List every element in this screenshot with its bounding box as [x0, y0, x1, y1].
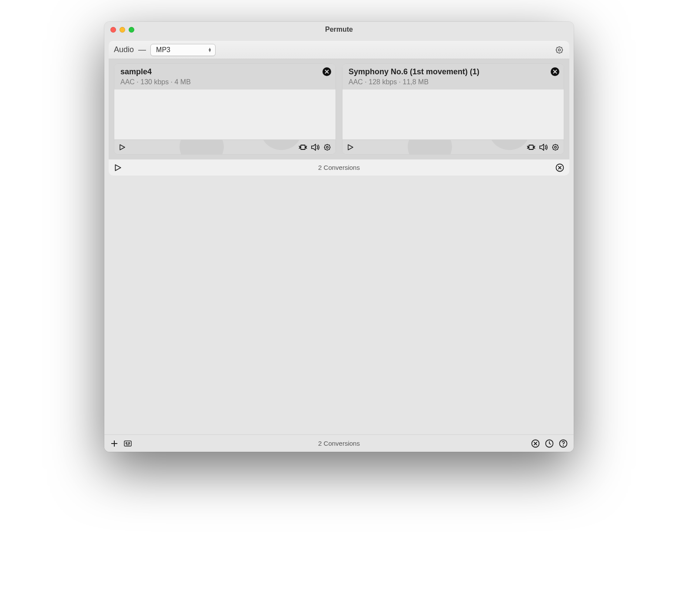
svg-point-47	[126, 442, 127, 444]
trim-icon	[298, 144, 308, 151]
card-trim-button[interactable]	[526, 144, 536, 151]
format-select[interactable]: MP3 ▲▼	[150, 44, 216, 56]
card-meta: AAC · 130 kbps · 4 MB	[120, 78, 330, 86]
panel-settings-button[interactable]	[555, 45, 564, 55]
capture-device-button[interactable]	[123, 440, 132, 447]
card-trim-button[interactable]	[298, 144, 308, 151]
panel-footer: 2 Conversions	[109, 159, 569, 176]
card-header: Symphony No.6 (1st movement) (1) AAC · 1…	[342, 64, 564, 89]
format-select-value: MP3	[156, 46, 170, 54]
card-header: sample4 AAC · 130 kbps · 4 MB	[114, 64, 336, 89]
close-icon	[325, 70, 329, 74]
panel-category-label: Audio	[114, 45, 134, 54]
close-icon	[553, 70, 557, 74]
titlebar: Permute	[104, 22, 574, 37]
svg-point-16	[326, 146, 329, 148]
window-title: Permute	[104, 26, 574, 33]
gear-icon	[555, 46, 564, 54]
card-title: sample4	[120, 67, 330, 76]
svg-marker-29	[540, 144, 544, 150]
speaker-icon	[311, 144, 320, 151]
card-preview-area	[114, 89, 336, 139]
svg-point-31	[555, 146, 557, 148]
svg-rect-13	[301, 145, 305, 149]
card-settings-button[interactable]	[323, 143, 331, 151]
close-window-button[interactable]	[110, 27, 116, 33]
conversion-panel: Audio — MP3 ▲▼	[109, 41, 569, 176]
trim-icon	[526, 144, 536, 151]
history-button[interactable]	[545, 439, 554, 448]
svg-marker-12	[120, 145, 125, 150]
cards-row: sample4 AAC · 130 kbps · 4 MB	[109, 59, 569, 159]
close-circle-icon	[531, 439, 540, 448]
conversion-card: Symphony No.6 (1st movement) (1) AAC · 1…	[342, 63, 564, 155]
robot-icon	[123, 440, 132, 447]
gear-icon	[552, 143, 559, 151]
svg-marker-14	[312, 144, 316, 150]
card-toolbar	[114, 139, 336, 154]
card-toolbar	[342, 139, 564, 154]
svg-point-55	[563, 445, 564, 446]
conversion-card: sample4 AAC · 130 kbps · 4 MB	[114, 63, 336, 155]
gear-icon	[323, 143, 331, 151]
app-window: Permute Audio — MP3 ▲▼	[104, 22, 574, 452]
card-preview-area	[342, 89, 564, 139]
help-button[interactable]	[559, 439, 568, 448]
question-icon	[559, 439, 568, 448]
add-file-button[interactable]	[110, 440, 118, 447]
play-icon	[119, 144, 126, 151]
close-circle-icon	[555, 163, 564, 172]
card-settings-button[interactable]	[552, 143, 559, 151]
card-meta: AAC · 128 kbps · 11,8 MB	[349, 78, 558, 86]
zoom-window-button[interactable]	[129, 27, 134, 33]
play-icon	[347, 144, 354, 151]
svg-rect-46	[124, 441, 131, 446]
card-title: Symphony No.6 (1st movement) (1)	[349, 67, 558, 76]
clock-icon	[545, 439, 554, 448]
card-remove-button[interactable]	[322, 67, 331, 76]
traffic-lights	[104, 27, 134, 33]
panel-header: Audio — MP3 ▲▼	[109, 41, 569, 59]
panel-clear-button[interactable]	[555, 163, 564, 172]
svg-rect-28	[529, 145, 533, 149]
plus-icon	[110, 440, 118, 447]
window-footer: 2 Conversions	[104, 434, 574, 452]
svg-marker-40	[115, 165, 120, 171]
play-icon	[114, 164, 122, 172]
svg-point-1	[558, 49, 561, 51]
card-volume-button[interactable]	[539, 144, 548, 151]
card-remove-button[interactable]	[551, 67, 559, 76]
updown-icon: ▲▼	[208, 48, 212, 52]
dash-separator: —	[138, 45, 146, 54]
card-volume-button[interactable]	[311, 144, 320, 151]
card-play-button[interactable]	[119, 144, 126, 151]
panel-play-all-button[interactable]	[114, 164, 122, 172]
clear-all-button[interactable]	[531, 439, 540, 448]
panel-conversion-count: 2 Conversions	[109, 164, 569, 171]
svg-marker-27	[348, 145, 353, 150]
svg-point-48	[129, 442, 130, 444]
window-conversion-count: 2 Conversions	[104, 440, 574, 447]
card-play-button[interactable]	[347, 144, 354, 151]
speaker-icon	[539, 144, 548, 151]
minimize-window-button[interactable]	[120, 27, 125, 33]
